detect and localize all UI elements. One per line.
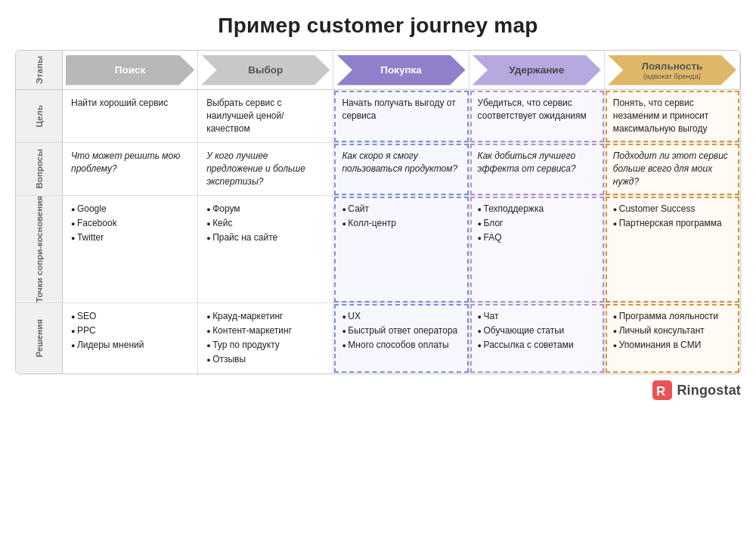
stage-label-cell: Этапы (16, 51, 63, 90)
cell-r0-c0: Найти хороший сервис (63, 90, 198, 143)
logo-area: R Ringostat (15, 380, 741, 400)
bullet-list-r2-c1: ФорумКейсПрайс на сайте (206, 203, 324, 243)
bullet-list-r3-c4: Программа лояльностиЛичный консультантУп… (613, 310, 732, 351)
stage-arrow-4: Лояльность(адвокат бренда) (608, 55, 736, 85)
cell-r2-c0: GoogleFacebookTwitter (63, 196, 198, 303)
list-item: Партнерская программа (613, 217, 732, 230)
list-item: Customer Success (613, 203, 732, 216)
cell-r3-c3: ЧатОбучающие статьиРассылка с советами (469, 303, 605, 374)
list-item: FAQ (478, 231, 596, 244)
bullet-list-r3-c2: UXБыстрый ответ оператораМного способов … (342, 310, 460, 351)
italic-text-r1-c3: Как добиться лучшего эффекта от сервиса? (478, 150, 576, 174)
stages-label: Этапы (35, 56, 44, 84)
stage-arrow-1: Выбор (201, 55, 330, 85)
list-item: Twitter (71, 231, 189, 244)
cell-r3-c1: Крауд-маркетингКонтент-маркетингТур по п… (198, 303, 333, 374)
list-item: Упоминания в СМИ (613, 339, 732, 352)
list-item: Прайс на сайте (206, 231, 324, 244)
row-label-3: Решения (16, 303, 63, 374)
cell-r3-c0: SEOPPCЛидеры мнений (63, 303, 198, 374)
list-item: Личный консультант (613, 324, 732, 337)
list-item: Быстрый ответ оператора (342, 324, 460, 337)
italic-text-r1-c4: Подходит ли этот сервис больше всего для… (613, 150, 728, 187)
list-item: Программа лояльности (613, 310, 732, 323)
bullet-list-r2-c0: GoogleFacebookTwitter (71, 203, 189, 243)
row-label-1: Вопросы (16, 143, 63, 196)
cell-r1-c2: Как скоро я смогу пользоваться продуктом… (333, 143, 469, 196)
cell-r0-c2: Начать получать выгоду от сервиса (333, 90, 469, 143)
list-item: PPC (71, 324, 189, 337)
list-item: Обучающие статьи (478, 324, 596, 337)
page: Пример customer journey map ЭтапыПоискВы… (0, 0, 756, 549)
italic-text-r1-c2: Как скоро я смогу пользоваться продуктом… (342, 150, 457, 174)
cell-r2-c4: Customer SuccessПартнерская программа (605, 196, 740, 303)
cell-r2-c3: ТехподдержкаБлогFAQ (469, 196, 605, 303)
row-label-2: Точки сопри-косновения (16, 196, 63, 303)
cell-r0-c3: Убедиться, что сервис соответствует ожид… (469, 90, 605, 143)
row-label-text-2: Точки сопри-косновения (35, 196, 44, 302)
cell-r0-c4: Понять, что сервис незаменим и приносит … (605, 90, 740, 143)
cjm-grid: ЭтапыПоискВыборПокупкаУдержаниеЛояльност… (16, 51, 740, 374)
logo-text: Ringostat (677, 383, 741, 399)
svg-text:R: R (656, 384, 665, 399)
stage-cell-0: Поиск (63, 51, 198, 90)
stage-name-4: Лояльность (641, 60, 702, 72)
row-label-text-0: Цель (35, 105, 44, 127)
row-label-text-3: Решения (35, 319, 44, 358)
bullet-list-r2-c4: Customer SuccessПартнерская программа (613, 203, 732, 230)
list-item: Колл-центр (342, 217, 460, 230)
stage-cell-2: Покупка (333, 51, 469, 90)
stage-cell-4: Лояльность(адвокат бренда) (605, 51, 740, 90)
list-item: Чат (478, 310, 596, 323)
cell-r3-c4: Программа лояльностиЛичный консультантУп… (605, 303, 740, 374)
page-title: Пример customer journey map (15, 14, 741, 38)
cell-r1-c4: Подходит ли этот сервис больше всего для… (605, 143, 740, 196)
list-item: Отзывы (206, 353, 324, 366)
cell-r1-c1: У кого лучшее предложение и больше экспе… (198, 143, 333, 196)
list-item: SEO (71, 310, 189, 323)
list-item: Техподдержка (478, 203, 596, 216)
list-item: Много способов оплаты (342, 339, 460, 352)
list-item: Лидеры мнений (71, 339, 189, 352)
cell-r3-c2: UXБыстрый ответ оператораМного способов … (333, 303, 469, 374)
cell-r2-c2: СайтКолл-центр (333, 196, 469, 303)
list-item: Рассылка с советами (478, 339, 596, 352)
bullet-list-r3-c3: ЧатОбучающие статьиРассылка с советами (478, 310, 596, 351)
stage-name-0: Поиск (115, 64, 146, 76)
cell-r1-c3: Как добиться лучшего эффекта от сервиса? (469, 143, 605, 196)
italic-text-r1-c0: Что может решить мою проблему? (71, 150, 180, 174)
stage-name-3: Удержание (509, 64, 564, 76)
italic-text-r1-c1: У кого лучшее предложение и больше экспе… (206, 150, 305, 187)
list-item: Facebook (71, 217, 189, 230)
list-item: Крауд-маркетинг (206, 310, 324, 323)
stage-cell-3: Удержание (469, 51, 605, 90)
stage-sub-4: (адвокат бренда) (643, 72, 701, 80)
cell-r1-c0: Что может решить мою проблему? (63, 143, 198, 196)
list-item: Сайт (342, 203, 460, 216)
ringostat-logo-icon: R (652, 380, 672, 400)
list-item: UX (342, 310, 460, 323)
stage-name-2: Покупка (380, 64, 422, 76)
bullet-list-r2-c2: СайтКолл-центр (342, 203, 460, 230)
stage-arrow-2: Покупка (336, 55, 465, 85)
list-item: Google (71, 203, 189, 216)
stage-cell-1: Выбор (198, 51, 333, 90)
list-item: Контент-маркетинг (206, 324, 324, 337)
list-item: Тур по продукту (206, 339, 324, 352)
stage-arrow-0: Поиск (66, 55, 194, 85)
cell-r0-c1: Выбрать сервис с наилучшей ценой/качеств… (198, 90, 333, 143)
cell-r2-c1: ФорумКейсПрайс на сайте (198, 196, 333, 303)
bullet-list-r3-c0: SEOPPCЛидеры мнений (71, 310, 189, 351)
bullet-list-r3-c1: Крауд-маркетингКонтент-маркетингТур по п… (206, 310, 324, 365)
stage-name-1: Выбор (248, 64, 283, 76)
list-item: Форум (206, 203, 324, 216)
bullet-list-r2-c3: ТехподдержкаБлогFAQ (478, 203, 596, 243)
cjm-table: ЭтапыПоискВыборПокупкаУдержаниеЛояльност… (15, 50, 741, 374)
list-item: Блог (478, 217, 596, 230)
row-label-0: Цель (16, 90, 63, 143)
stage-arrow-3: Удержание (472, 55, 601, 85)
list-item: Кейс (206, 217, 324, 230)
row-label-text-1: Вопросы (35, 149, 44, 188)
